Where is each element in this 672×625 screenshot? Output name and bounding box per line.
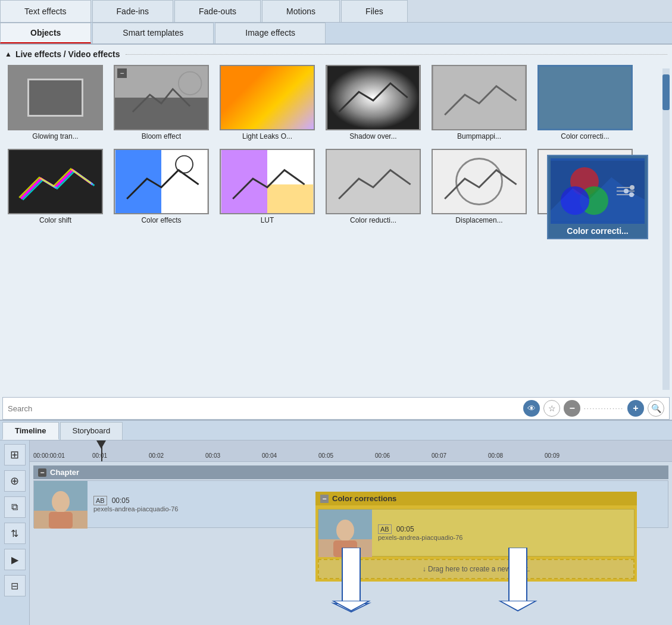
copy-icon: ⧉	[11, 502, 18, 512]
ruler-marker-6: 00:06	[375, 452, 390, 459]
chapter-thumb	[34, 481, 87, 529]
eye-icon: 👁	[527, 404, 536, 413]
color-corrections-group: − Color corrections	[315, 492, 637, 582]
tab-fade-outs[interactable]: Fade-outs	[174, 0, 261, 22]
tab-files[interactable]: Files	[341, 0, 408, 22]
chapter-collapse-btn[interactable]: −	[38, 468, 46, 477]
grid-icon: ⊞	[10, 448, 19, 461]
timeline-tracks: − Chapter	[30, 462, 672, 535]
effect-coloreffects[interactable]: Color effects	[111, 149, 212, 224]
effect-lut[interactable]: LUT	[217, 149, 318, 224]
chapter-duration-value: 00:05	[112, 496, 130, 505]
search-icon: 🔍	[651, 404, 661, 413]
toolbar-btn-grid[interactable]: ⊞	[4, 444, 26, 465]
chapter-duration: AB 00:05	[93, 496, 178, 505]
popup-thumb	[551, 158, 645, 224]
toolbar-btn-copy[interactable]: ⧉	[4, 496, 26, 518]
chapter-filename: pexels-andrea-piacquadio-76	[93, 505, 178, 512]
timeline-toolbar: ⊞ ⊕ ⧉ ⇅ ▶ ⊟	[0, 440, 30, 625]
effect-thumb-colorshift	[8, 149, 103, 214]
tab-image-effects[interactable]: Image effects	[215, 23, 326, 43]
tab-smart-templates[interactable]: Smart templates	[92, 23, 214, 43]
effect-thumb-bumpmapping	[432, 65, 527, 130]
effect-label-glowing: Glowing tran...	[32, 132, 78, 140]
collapse-triangle[interactable]: ▲	[5, 50, 12, 58]
add-icon: ⊕	[10, 474, 19, 488]
sort-icon: ⇅	[11, 528, 18, 539]
svg-rect-20	[333, 540, 357, 557]
ruler-marker-2: 00:02	[149, 452, 164, 459]
eye-button[interactable]: 👁	[523, 400, 540, 417]
color-corrections-collapse-btn[interactable]: −	[320, 495, 329, 503]
tab-text-effects[interactable]: Text effects	[0, 0, 91, 22]
effect-displacement[interactable]: Displacemen...	[429, 149, 530, 224]
chapter-track-info: AB 00:05 pexels-andrea-piacquadio-76	[87, 481, 184, 527]
chapter-label: Chapter	[50, 468, 79, 477]
effect-thumb-bloom: −	[114, 65, 209, 130]
search-bar: 👁 ☆ − ·············· + 🔍	[2, 397, 670, 420]
svg-rect-4	[115, 150, 161, 213]
scrollbar[interactable]	[662, 68, 670, 390]
toolbar-btn-remove[interactable]: ⊟	[4, 575, 26, 596]
star-button[interactable]: ☆	[543, 400, 560, 417]
effect-bumpmapping[interactable]: Bumpmappi...	[429, 65, 530, 140]
playhead[interactable]	[101, 440, 102, 461]
timeline-tab-bar: Timeline Storyboard	[0, 421, 672, 440]
svg-rect-7	[221, 150, 267, 213]
color-corrections-label: Color corrections	[332, 494, 396, 503]
ruler-marker-7: 00:07	[432, 452, 446, 459]
color-corrections-track: AB 00:05 pexels-andrea-piacquadio-76 ↓ D…	[315, 505, 637, 582]
section-header: ▲ Live effects / Video effects	[5, 49, 667, 59]
minus-button[interactable]: −	[564, 400, 580, 417]
tab-storyboard[interactable]: Storyboard	[60, 422, 123, 440]
effect-colorshift[interactable]: Color shift	[5, 149, 106, 224]
plus-button[interactable]: +	[627, 400, 644, 417]
effect-thumb-displacement	[432, 149, 527, 214]
top-tab-bar: Text effects Fade-ins Fade-outs Motions …	[0, 0, 672, 23]
tab-objects[interactable]: Objects	[0, 23, 91, 43]
zoom-slider[interactable]: ··············	[584, 405, 624, 412]
timeline-main: 00:00:00:01 00:01 00:02 00:03 00:04 00:0…	[30, 440, 672, 625]
second-tab-bar: Objects Smart templates Image effects	[0, 23, 672, 45]
effect-colorcorrection[interactable]: Color correcti...	[535, 65, 636, 140]
chapter-track-header: − Chapter	[33, 465, 668, 479]
tab-motions[interactable]: Motions	[262, 0, 340, 22]
effects-row-1: Glowing tran... − Bloom effect	[5, 65, 667, 140]
svg-point-15	[52, 491, 70, 512]
remove-icon: ⊟	[11, 580, 18, 592]
toolbar-btn-play[interactable]: ▶	[4, 549, 26, 570]
color-corrections-track-item[interactable]: AB 00:05 pexels-andrea-piacquadio-76	[318, 509, 635, 557]
search-button[interactable]: 🔍	[648, 400, 664, 417]
popup-label: Color correcti...	[551, 226, 645, 236]
ruler-marker-8: 00:08	[488, 452, 503, 459]
effect-thumb-lightleaks	[220, 65, 315, 130]
toolbar-btn-sort[interactable]: ⇅	[4, 523, 26, 544]
tab-fade-ins[interactable]: Fade-ins	[92, 0, 173, 22]
section-title: Live effects / Video effects	[15, 49, 120, 59]
color-corrections-filename: pexels-andrea-piacquadio-76	[378, 534, 462, 541]
star-icon: ☆	[548, 404, 556, 413]
search-input[interactable]	[8, 404, 520, 413]
effect-label-colorreduction: Color reducti...	[350, 216, 396, 224]
effect-colorreduction[interactable]: Color reducti...	[323, 149, 424, 224]
ruler-marker-5: 00:05	[318, 452, 333, 459]
ruler-marker-9: 00:09	[545, 452, 560, 459]
svg-point-19	[336, 520, 354, 541]
effect-label-coloreffects: Color effects	[141, 216, 181, 224]
effect-lightleaks[interactable]: Light Leaks O...	[217, 65, 318, 140]
effect-thumb-colorcorrection	[537, 65, 633, 130]
effect-glowing-tran[interactable]: Glowing tran...	[5, 65, 106, 140]
effect-shadow[interactable]: Shadow over...	[323, 65, 424, 140]
color-corrections-track-info: AB 00:05 pexels-andrea-piacquadio-76	[372, 510, 468, 556]
plus-icon: +	[633, 403, 638, 414]
effect-bloom[interactable]: − Bloom effect	[111, 65, 212, 140]
effect-thumb-glowing	[8, 65, 103, 130]
effect-label-bloom: Bloom effect	[142, 132, 181, 140]
toolbar-btn-add[interactable]: ⊕	[4, 470, 26, 492]
effect-label-displacement: Displacemen...	[455, 216, 502, 224]
drag-here-zone[interactable]: ↓ Drag here to create a new track.	[318, 559, 635, 579]
scrollbar-thumb[interactable]	[662, 74, 670, 110]
timeline-section: Timeline Storyboard ⊞ ⊕ ⧉ ⇅ ▶ ⊟	[0, 420, 672, 625]
svg-rect-16	[49, 512, 73, 529]
tab-timeline[interactable]: Timeline	[2, 422, 59, 440]
